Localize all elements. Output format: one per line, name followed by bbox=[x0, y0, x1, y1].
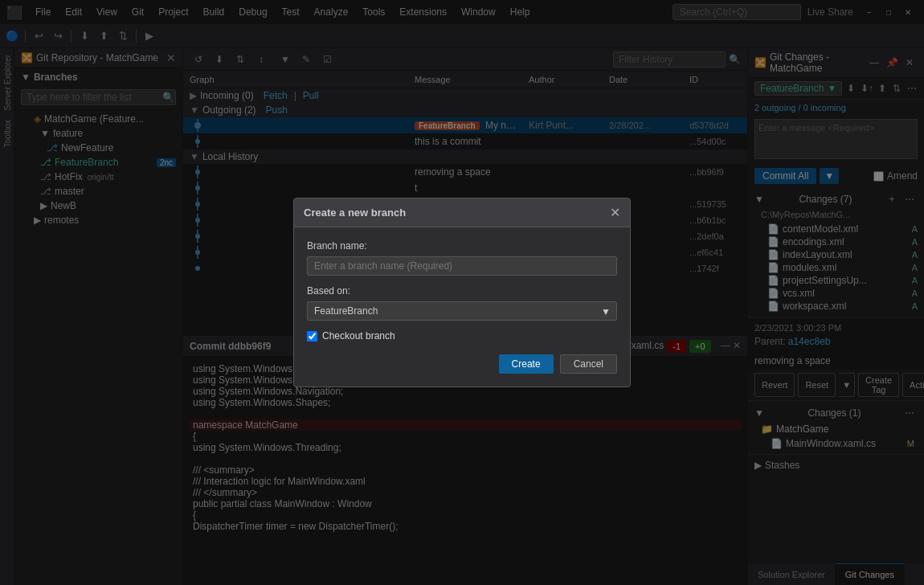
checkout-checkbox-row: Checkout branch bbox=[307, 330, 617, 342]
modal-title: Create a new branch bbox=[304, 207, 406, 219]
based-on-select-wrapper: FeatureBranch ▼ bbox=[307, 301, 617, 330]
based-on-label: Based on: bbox=[307, 285, 617, 297]
checkout-branch-checkbox[interactable] bbox=[307, 331, 317, 342]
based-on-select[interactable]: FeatureBranch bbox=[307, 301, 617, 321]
modal-body: Branch name: Based on: FeatureBranch ▼ C… bbox=[294, 227, 630, 387]
modal-cancel-button[interactable]: Cancel bbox=[560, 354, 617, 374]
branch-name-label: Branch name: bbox=[307, 240, 617, 252]
modal-overlay: Create a new branch ✕ Branch name: Based… bbox=[0, 0, 924, 585]
checkout-label: Checkout branch bbox=[322, 330, 395, 342]
modal-close-button[interactable]: ✕ bbox=[610, 205, 620, 220]
modal-header: Create a new branch ✕ bbox=[294, 198, 630, 227]
modal-create-button[interactable]: Create bbox=[499, 354, 554, 374]
create-branch-modal: Create a new branch ✕ Branch name: Based… bbox=[293, 198, 631, 387]
new-branch-name-input[interactable] bbox=[307, 256, 617, 276]
modal-footer: Create Cancel bbox=[307, 354, 617, 374]
